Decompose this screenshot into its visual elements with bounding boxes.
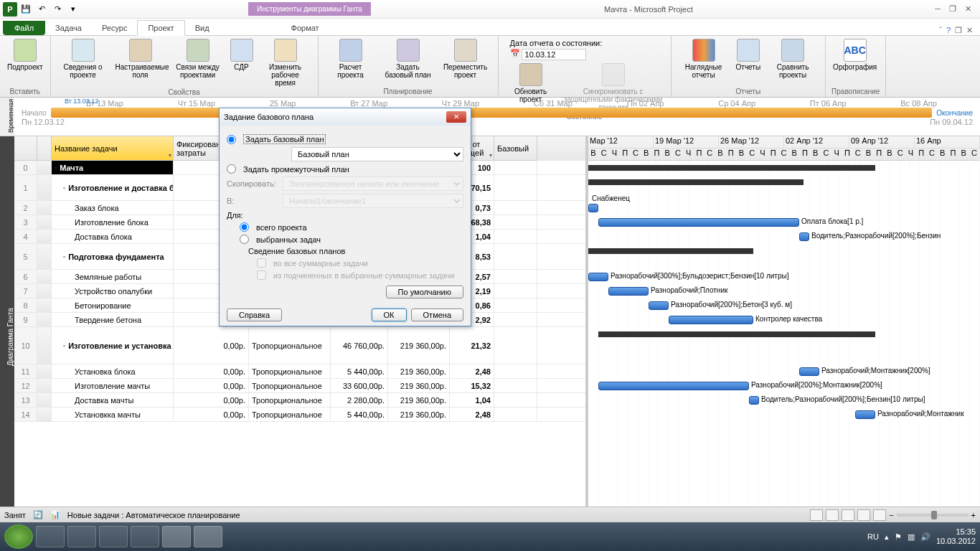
zoom-in-icon[interactable]: + xyxy=(971,511,976,519)
view-sheet-icon[interactable] xyxy=(873,509,886,521)
task-bar[interactable]: Контролер качества xyxy=(669,316,753,324)
task-bar[interactable]: Разнорабочий;Монтажник[200%] xyxy=(799,367,819,376)
zoom-slider[interactable] xyxy=(897,514,969,517)
task-bar[interactable]: Оплата блока[1 р.] xyxy=(598,218,799,227)
tab-format[interactable]: Формат xyxy=(277,21,334,35)
tray-action-icon[interactable]: ⚑ xyxy=(895,532,902,542)
task-bar[interactable]: Разнорабочий;Монтажник xyxy=(855,410,875,419)
tray-clock[interactable]: 15:3510.03.2012 xyxy=(936,527,976,546)
summary-bar[interactable] xyxy=(588,165,875,171)
task-bar[interactable]: Водитель;Разнорабочий[200%];Бензин[10 ли… xyxy=(749,396,759,405)
tab-resource[interactable]: Ресурс xyxy=(92,21,137,35)
col-id[interactable] xyxy=(14,136,37,161)
qat-customize-icon[interactable]: ▾ xyxy=(66,2,80,17)
tray-volume-icon[interactable]: 🔊 xyxy=(920,532,930,542)
col-indicator[interactable] xyxy=(37,136,52,161)
timeline-end-date: Пн 09.04.12 xyxy=(930,118,973,126)
newtasks-icon: 📊 xyxy=(50,510,60,519)
reports-button[interactable]: Отчеты xyxy=(735,37,763,72)
bar-label: Водитель;Разнорабочий[200%];Бензин[10 ли… xyxy=(758,395,925,403)
taskbar-ie-icon[interactable] xyxy=(36,526,65,547)
project-info-button[interactable]: Сведения о проекте xyxy=(57,37,110,80)
calculate-button[interactable]: Расчет проекта xyxy=(324,37,377,80)
task-bar[interactable]: Водитель;Разнорабочий[200%];Бензин xyxy=(799,232,809,241)
mdi-close-icon[interactable]: ✕ xyxy=(966,26,973,35)
taskbar-project-icon[interactable] xyxy=(162,526,191,547)
view-gantt-icon[interactable] xyxy=(810,509,823,521)
taskbar-app-icon[interactable] xyxy=(131,526,159,547)
task-bar[interactable]: Разнорабочий[200%];Бетон[3 куб. м] xyxy=(649,301,669,310)
set-baseline-button[interactable]: Задать базовый план xyxy=(382,37,435,80)
gantt-row: Разнорабочий;Плотник xyxy=(588,284,980,298)
restore-icon[interactable]: ❐ xyxy=(949,4,956,14)
group-properties: Свойства xyxy=(57,88,312,96)
bar-label: Водитель;Разнорабочий[200%];Бензин xyxy=(809,232,941,240)
close-icon[interactable]: ✕ xyxy=(965,4,971,14)
table-row[interactable]: 11Установка блока0,00р.Тропорциональное5… xyxy=(14,364,585,379)
table-row[interactable]: 14Установкка мачты0,00р.Тропорциональное… xyxy=(14,408,585,422)
radio-set-baseline[interactable] xyxy=(227,135,236,144)
ribbon: Подпроект Вставить Сведения о проекте На… xyxy=(0,36,980,98)
dialog-close-icon[interactable]: ✕ xyxy=(446,111,466,123)
compare-projects-button[interactable]: Сравнить проекты xyxy=(766,37,819,80)
defaults-button[interactable]: По умолчанию xyxy=(386,286,463,298)
table-row[interactable]: 10▫Изготовление и установка мачты на бло… xyxy=(14,327,585,364)
taskbar-media-icon[interactable] xyxy=(99,526,128,547)
gantt-row: Водитель;Разнорабочий[200%];Бензин xyxy=(588,230,980,244)
summary-bar[interactable] xyxy=(588,248,753,254)
gantt-body[interactable]: СнабженецОплата блока[1 р.]Водитель;Разн… xyxy=(588,161,980,527)
subproject-button[interactable]: Подпроект xyxy=(6,37,44,72)
links-button[interactable]: Связи между проектами xyxy=(171,37,225,80)
mdi-restore-icon[interactable]: ❐ xyxy=(955,26,962,35)
spellcheck-button[interactable]: ABCОрфография xyxy=(831,37,878,72)
col-taskname[interactable]: Название задачи▾ xyxy=(52,136,174,161)
cancel-button[interactable]: Отмена xyxy=(411,309,463,321)
tab-view[interactable]: Вид xyxy=(185,21,220,35)
move-project-button[interactable]: Переместить проект xyxy=(439,37,492,80)
undo-icon[interactable]: ↶ xyxy=(34,2,49,17)
wbs-button[interactable]: СДР xyxy=(229,37,255,72)
minimize-icon[interactable]: ─ xyxy=(935,4,941,14)
task-bar[interactable]: Снабженец xyxy=(588,204,598,212)
redo-icon[interactable]: ↷ xyxy=(50,2,65,17)
change-worktime-button[interactable]: Изменить рабочее время xyxy=(259,37,312,88)
tab-project[interactable]: Проект xyxy=(137,20,184,36)
view-team-icon[interactable] xyxy=(842,509,854,521)
tray-network-icon[interactable]: ▥ xyxy=(908,532,915,542)
table-row[interactable]: 13Доставка мачты0,00р.Тропорциональное2 … xyxy=(14,393,585,408)
radio-whole-project[interactable] xyxy=(240,222,249,232)
radio-selected-tasks[interactable] xyxy=(240,235,249,244)
col-baseline[interactable]: Базовый xyxy=(494,136,537,161)
tray-lang[interactable]: RU xyxy=(867,532,879,541)
taskbar-word-icon[interactable] xyxy=(194,526,222,547)
table-row[interactable]: 12Изготовление мачты0,00р.Тропорциональн… xyxy=(14,379,585,393)
custom-fields-button[interactable]: Настраиваемые поля xyxy=(114,37,167,80)
ok-button[interactable]: ОК xyxy=(372,309,407,321)
zoom-out-icon[interactable]: − xyxy=(889,511,893,519)
baseline-select[interactable]: Базовый план xyxy=(291,147,463,161)
tab-task[interactable]: Задача xyxy=(45,21,92,35)
refresh-icon[interactable]: 🔄 xyxy=(33,510,43,519)
task-bar[interactable]: Разнорабочий[300%];Бульдозерист;Бензин[1… xyxy=(588,273,608,281)
timeline-bar[interactable] xyxy=(51,108,932,118)
help-button[interactable]: Справка xyxy=(227,309,282,321)
task-bar[interactable]: Разнорабочий[200%];Монтажник[200%] xyxy=(598,382,749,390)
file-tab[interactable]: Файл xyxy=(3,21,45,35)
save-icon[interactable]: 💾 xyxy=(19,2,33,17)
calendar-icon[interactable]: 📅 xyxy=(510,49,520,60)
task-bar[interactable]: Разнорабочий;Плотник xyxy=(608,287,649,296)
tray-flag-icon[interactable]: ▴ xyxy=(885,532,889,542)
into-select: Начало1/окончание1 xyxy=(283,194,463,208)
help-icon[interactable]: ? xyxy=(946,26,951,35)
status-date-input[interactable] xyxy=(522,49,586,60)
radio-set-interim[interactable] xyxy=(227,164,236,174)
view-usage-icon[interactable] xyxy=(826,509,839,521)
taskbar-explorer-icon[interactable] xyxy=(67,526,96,547)
visual-reports-button[interactable]: Наглядные отчеты xyxy=(677,37,730,80)
view-resource-icon[interactable] xyxy=(857,509,870,521)
timeline-start-label: Начало xyxy=(22,109,47,117)
summary-bar[interactable] xyxy=(598,331,875,337)
ribbon-minimize-icon[interactable]: ˇ xyxy=(939,26,942,35)
start-button[interactable] xyxy=(4,524,33,549)
summary-bar[interactable] xyxy=(588,179,804,185)
